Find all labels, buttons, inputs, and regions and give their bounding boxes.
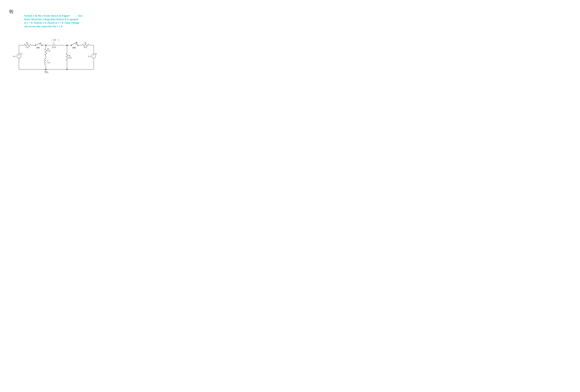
question-number: 9) xyxy=(9,9,13,14)
vs1-label: Vs₁ xyxy=(20,53,23,55)
problem-line3e: = 0. Find voltage xyxy=(59,21,79,24)
vs2-value: 9 V xyxy=(88,55,91,57)
problem-text: Switch 1 in the circuit shown in Figure … xyxy=(24,14,94,28)
vs2-minus-icon: − xyxy=(93,56,94,58)
problem-line4f: ≥ 0. xyxy=(58,25,63,28)
vt-label: v(t) xyxy=(53,39,56,41)
problem-line1b: has xyxy=(78,14,82,17)
r4-label: R4 xyxy=(84,42,86,44)
r1-value: 1 Ω xyxy=(26,46,28,48)
r3-label: R3 xyxy=(69,55,71,57)
problem-line3a: at xyxy=(24,21,27,24)
r2-value: 2 Ω xyxy=(47,50,50,52)
sw1-label: SW1 xyxy=(36,47,40,49)
problem-v: v xyxy=(24,25,25,28)
problem-t1: t xyxy=(27,21,28,24)
l-label: L xyxy=(47,60,48,62)
vt-minus: − xyxy=(51,39,52,41)
c-value: 0.1 F xyxy=(52,46,56,48)
l-value: 1 H xyxy=(47,62,50,64)
vt-plus: + xyxy=(58,39,59,41)
ground-label: 0 xyxy=(47,72,48,74)
problem-line1a: Switch 1 in the circuit shown in Figure xyxy=(24,14,70,17)
r2-label: R2 xyxy=(47,48,49,50)
vs1-minus-icon: − xyxy=(18,56,19,58)
r1-label: R1 xyxy=(26,42,28,44)
vs1-value: 6 V xyxy=(13,55,16,57)
sw2-label: SW2 xyxy=(72,47,76,49)
problem-line2: been closed for a long time before it is… xyxy=(24,18,78,21)
r3-value: 3 Ω xyxy=(69,57,71,59)
vs1-plus-icon: + xyxy=(18,54,19,56)
circuit-diagram: + − + − − v(t) + R1 1 Ω SW1 C 0.1 F R2 2… xyxy=(12,38,101,77)
problem-line4d: ) across the capacitor for xyxy=(27,25,57,28)
problem-lp: ( xyxy=(25,25,26,28)
c-label: C xyxy=(53,42,54,44)
vs2-plus-icon: + xyxy=(93,54,94,56)
r4-value: 3 Ω xyxy=(84,46,87,48)
vs2-label: Vs₂ xyxy=(95,53,97,55)
problem-line3c: = 0. Switch 2 is closed at xyxy=(28,21,58,24)
